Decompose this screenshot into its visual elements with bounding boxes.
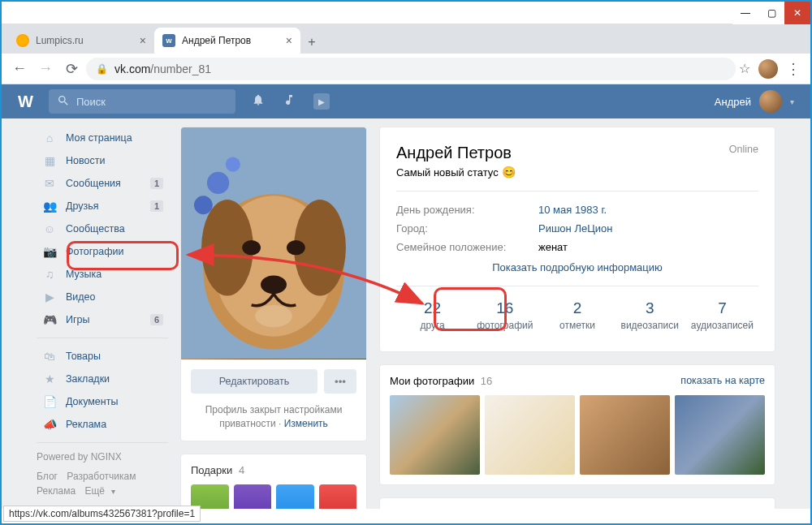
info-label-city: Город: (396, 222, 538, 235)
photo-thumbnail[interactable] (390, 395, 480, 475)
svg-point-11 (255, 305, 292, 327)
address-bar[interactable]: 🔒 vk.com/number_81 (86, 58, 736, 80)
sidebar-item-friends[interactable]: 👥Друзья1 (37, 195, 168, 217)
info-value-city[interactable]: Ришон ЛеЦион (538, 222, 612, 235)
sidebar-item-games[interactable]: 🎮Игры6 (37, 308, 168, 331)
profile-avatar-image[interactable] (181, 127, 366, 359)
forward-button[interactable]: → (34, 58, 57, 80)
info-value-birthday[interactable]: 10 мая 1983 г. (538, 204, 607, 216)
header-user-avatar[interactable] (759, 90, 782, 113)
online-status: Online (729, 144, 758, 155)
privacy-change-link[interactable]: Изменить (284, 418, 328, 429)
photo-thumbnail[interactable] (485, 395, 575, 475)
gift-item[interactable] (319, 484, 357, 509)
ads-icon: 📣 (41, 418, 58, 431)
window-maximize-button[interactable]: ▢ (758, 2, 784, 24)
gifts-title[interactable]: Подарки (191, 464, 232, 476)
gift-item[interactable] (276, 484, 314, 509)
profile-avatar-card: Редактировать ••• Профиль закрыт настрой… (180, 127, 367, 441)
sidebar-item-communities[interactable]: ☺Сообщества (37, 217, 168, 240)
sidebar-item-photos[interactable]: 📷Фотографии (37, 240, 168, 263)
vk-favicon: w (162, 34, 175, 47)
sidebar-item-my-page[interactable]: ⌂Моя страница (37, 127, 168, 149)
tab-close-icon[interactable]: × (286, 34, 292, 47)
sidebar-item-market[interactable]: 🛍Товары (37, 345, 168, 368)
tab-label: Lumpics.ru (36, 35, 84, 46)
secure-icon: 🔒 (96, 63, 108, 75)
browser-menu-icon[interactable]: ⋮ (786, 60, 801, 78)
sidebar-item-video[interactable]: ▶Видео (37, 286, 168, 308)
svg-point-8 (242, 240, 261, 255)
svg-point-9 (287, 240, 305, 255)
home-icon: ⌂ (41, 131, 58, 144)
browser-tab-lumpics[interactable]: Lumpics.ru × (8, 28, 154, 54)
footer-link-ads[interactable]: Реклама (37, 485, 76, 497)
counter-videos[interactable]: 3видеозаписи (614, 296, 686, 335)
sidebar-item-music[interactable]: ♫Музыка (37, 263, 168, 286)
browser-profile-avatar[interactable] (758, 59, 778, 79)
info-value-relationship: женат (538, 241, 568, 253)
news-icon: ▦ (41, 154, 58, 167)
sidebar-item-news[interactable]: ▦Новости (37, 149, 168, 172)
lumpics-favicon (16, 34, 29, 47)
photos-block-count: 16 (481, 375, 492, 387)
counter-photos[interactable]: 16фотографий (469, 296, 541, 335)
counter-tags[interactable]: 2отметки (541, 296, 613, 335)
message-icon: ✉ (41, 177, 58, 190)
vk-top-header: W Поиск ▶ Андрей ▾ (2, 84, 810, 118)
window-titlebar: — ▢ ✕ (2, 2, 810, 24)
play-button-icon[interactable]: ▶ (313, 93, 330, 110)
sidebar-item-ads[interactable]: 📣Реклама (37, 413, 168, 436)
gift-item[interactable] (234, 484, 272, 509)
vk-search-box[interactable]: Поиск (49, 89, 235, 114)
counter-friends[interactable]: 22друга (396, 296, 469, 335)
svg-point-3 (194, 196, 213, 214)
svg-point-1 (207, 172, 229, 194)
browser-tab-vk[interactable]: w Андрей Петров × (154, 28, 300, 54)
footer-link-more[interactable]: Ещё (84, 485, 105, 497)
new-post-card: Что у Вас нового? 📷 🎬 ♫ ≡ (379, 497, 775, 509)
sidebar-item-documents[interactable]: 📄Документы (37, 390, 168, 413)
search-placeholder: Поиск (76, 96, 106, 108)
footer-link-dev[interactable]: Разработчикам (67, 471, 136, 482)
window-minimize-button[interactable]: — (732, 2, 758, 24)
search-icon (57, 94, 70, 110)
edit-profile-button[interactable]: Редактировать (191, 369, 317, 394)
profile-status-text[interactable]: Самый новый статус (396, 166, 499, 179)
window-close-button[interactable]: ✕ (784, 2, 810, 24)
profile-info-card: Андрей Петров Самый новый статус😊 Online… (379, 127, 775, 352)
my-photos-card: Мои фотографии 16 показать на карте (379, 364, 775, 485)
music-nav-icon: ♫ (41, 268, 58, 281)
privacy-notice: Профиль закрыт настройками приватности ·… (181, 403, 366, 441)
tab-close-icon[interactable]: × (140, 34, 146, 47)
vk-logo[interactable]: W (18, 93, 32, 111)
games-icon: 🎮 (41, 313, 58, 326)
counter-audio[interactable]: 7аудиозаписей (686, 296, 758, 335)
info-label-birthday: День рождения: (396, 204, 538, 216)
sidebar-item-bookmarks[interactable]: ★Закладки (37, 368, 168, 390)
music-icon[interactable] (283, 93, 296, 110)
back-button[interactable]: ← (8, 58, 31, 80)
bookmark-star-icon[interactable]: ☆ (739, 61, 750, 76)
photo-thumbnail[interactable] (580, 395, 670, 475)
more-actions-button[interactable]: ••• (324, 369, 356, 394)
profile-name: Андрей Петров (396, 144, 516, 162)
browser-status-bar: https://vk.com/albums432567381?profile=1 (3, 506, 201, 522)
tab-label: Андрей Петров (182, 35, 251, 46)
footer-link-blog[interactable]: Блог (37, 471, 58, 482)
sidebar-item-messages[interactable]: ✉Сообщения1 (37, 172, 168, 195)
show-on-map-link[interactable]: показать на карте (680, 375, 765, 387)
bookmark-icon: ★ (41, 372, 58, 385)
reload-button[interactable]: ⟳ (60, 58, 83, 80)
show-full-info-link[interactable]: Показать подробную информацию (396, 261, 758, 273)
chevron-down-icon[interactable]: ▾ (790, 97, 794, 106)
new-tab-button[interactable]: + (300, 31, 323, 54)
header-user-name[interactable]: Андрей (715, 96, 751, 108)
photos-block-title[interactable]: Мои фотографии (390, 375, 474, 387)
video-icon: ▶ (41, 290, 58, 303)
photo-thumbnail[interactable] (675, 395, 765, 475)
gifts-count: 4 (239, 464, 244, 476)
notifications-icon[interactable] (252, 93, 265, 110)
sidebar-footer: Powered by NGINX Блог Разработчикам Рекл… (37, 450, 168, 499)
camera-icon: 📷 (41, 245, 58, 258)
